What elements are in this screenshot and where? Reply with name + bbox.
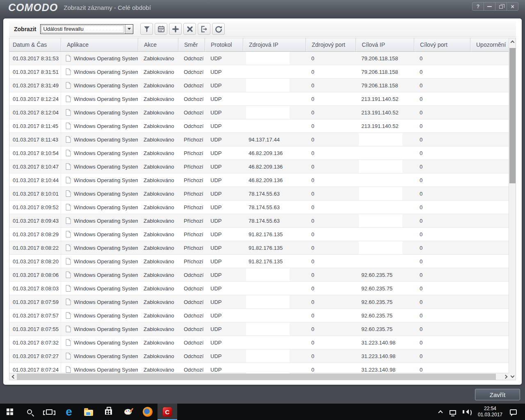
column-header-alert[interactable]: Upozornění [470,38,509,51]
action-center-icon[interactable] [506,404,523,420]
cell-time: 01.03.2017 8:07:55 [9,322,61,336]
column-header-src_port[interactable]: Zdrojový port [306,38,356,51]
cell-src_ip [243,322,306,336]
taskbar-item-paint[interactable] [118,404,138,420]
calendar-button[interactable] [155,23,167,35]
table-row[interactable]: 01.03.2017 8:10:44Windows Operating Syst… [9,173,509,187]
volume-icon[interactable] [460,404,474,420]
scroll-left-arrow-icon[interactable] [9,373,16,380]
cell-dst_port: 0 [414,268,470,281]
table-row[interactable]: 01.03.2017 8:08:20Windows Operating Syst… [9,255,509,268]
cell-dst_ip [356,187,414,200]
tray-chevron-up-icon[interactable] [435,404,446,420]
table-row[interactable]: 01.03.2017 8:08:22Windows Operating Syst… [9,241,509,255]
add-button[interactable] [169,23,182,35]
cell-protocol: UDP [205,173,243,187]
horizontal-scrollbar[interactable] [9,373,509,380]
table-row[interactable]: 01.03.2017 8:09:52Windows Operating Syst… [9,201,509,214]
column-header-time[interactable]: Datum & Čas [9,38,61,51]
cell-src_port: 0 [306,282,356,295]
chevron-down-icon[interactable] [125,25,133,34]
vertical-scroll-thumb[interactable] [509,48,516,183]
table-row[interactable]: 01.03.2017 8:31:53Windows Operating Syst… [9,52,509,65]
taskbar-item-firefox[interactable] [138,404,158,420]
taskbar-item-edge[interactable]: e [59,404,79,420]
close-button[interactable]: × [507,2,518,11]
cell-time: 01.03.2017 8:31:53 [9,52,61,65]
firewall-events-table: Datum & ČasAplikaceAkceSměrProtokolZdroj… [9,38,516,380]
table-row[interactable]: 01.03.2017 8:11:45Windows Operating Syst… [9,119,509,133]
column-header-dst_port[interactable]: Cílový port [414,38,470,51]
taskbar-item-start[interactable] [0,404,20,420]
table-row[interactable]: 01.03.2017 8:11:43Windows Operating Syst… [9,133,509,146]
table-row[interactable]: 01.03.2017 8:12:04Windows Operating Syst… [9,106,509,119]
cell-alert [470,92,509,105]
help-button[interactable]: ? [472,2,484,11]
table-row[interactable]: 01.03.2017 8:10:47Windows Operating Syst… [9,160,509,173]
minimize-icon [487,6,492,7]
scroll-down-arrow-icon[interactable] [509,373,516,380]
cell-src_port: 0 [306,309,356,322]
table-row[interactable]: 01.03.2017 8:31:49Windows Operating Syst… [9,79,509,92]
table-row[interactable]: 01.03.2017 8:07:24Windows Operating Syst… [9,363,509,373]
delete-button[interactable] [183,23,196,35]
cell-protocol: UDP [205,309,243,322]
column-header-action[interactable]: Akce [138,38,178,51]
refresh-button[interactable] [212,23,225,35]
vertical-scrollbar[interactable] [509,38,516,380]
table-row[interactable]: 01.03.2017 8:10:01Windows Operating Syst… [9,187,509,201]
cell-dst_port: 0 [414,146,470,160]
table-row[interactable]: 01.03.2017 8:07:57Windows Operating Syst… [9,309,509,322]
cell-alert [470,214,509,227]
restore-button[interactable] [495,2,507,11]
filter-button[interactable] [140,23,153,35]
minimize-button[interactable] [484,2,495,11]
document-icon [66,190,71,197]
table-row[interactable]: 01.03.2017 8:07:32Windows Operating Syst… [9,336,509,349]
cell-alert [470,336,509,349]
cell-direction: Odchozí [178,363,205,373]
table-row[interactable]: 01.03.2017 8:08:29Windows Operating Syst… [9,228,509,241]
log-type-select[interactable]: Události firewallu [40,24,133,34]
table-row[interactable]: 01.03.2017 8:09:43Windows Operating Syst… [9,214,509,228]
table-row[interactable]: 01.03.2017 8:08:03Windows Operating Syst… [9,282,509,295]
taskbar-item-task-view[interactable] [39,404,59,420]
cell-protocol: UDP [205,336,243,349]
horizontal-scroll-thumb[interactable] [17,374,496,380]
cell-alert [470,322,509,336]
export-button[interactable] [198,23,210,35]
taskbar-item-search[interactable] [20,404,39,420]
cell-dst_ip: 31.223.140.98 [356,336,414,349]
column-header-src_ip[interactable]: Zdrojová IP [243,38,306,51]
column-header-app[interactable]: Aplikace [61,38,138,51]
close-dialog-button[interactable]: Zavřít [475,389,520,400]
comodo-logo: COMODO [8,2,58,14]
column-header-protocol[interactable]: Protokol [205,38,243,51]
cell-direction: Odchozí [178,106,205,119]
cell-time: 01.03.2017 8:31:49 [9,79,61,92]
file-explorer-icon [84,410,93,416]
taskbar-item-store[interactable] [98,404,118,420]
cell-dst_port: 0 [414,363,470,373]
taskbar-item-comodo[interactable]: C [158,404,177,420]
cell-protocol: UDP [205,79,243,92]
network-icon[interactable] [446,404,460,420]
cell-src_ip [243,52,306,65]
table-row[interactable]: 01.03.2017 8:08:06Windows Operating Syst… [9,268,509,282]
table-row[interactable]: 01.03.2017 8:10:54Windows Operating Syst… [9,146,509,160]
cell-src_port: 0 [306,295,356,308]
table-row[interactable]: 01.03.2017 8:31:51Windows Operating Syst… [9,65,509,79]
redacted-source-ip [246,65,290,78]
column-header-dst_ip[interactable]: Cílová IP [356,38,414,51]
cell-protocol: UDP [205,255,243,268]
column-header-direction[interactable]: Směr [178,38,205,51]
scroll-up-arrow-icon[interactable] [509,38,516,45]
scroll-right-arrow-icon[interactable] [502,373,509,380]
taskbar-item-file-explorer[interactable] [79,404,98,420]
table-row[interactable]: 01.03.2017 8:07:27Windows Operating Syst… [9,349,509,363]
table-row[interactable]: 01.03.2017 8:07:59Windows Operating Syst… [9,295,509,309]
desktop: COMODO Zobrazit záznamy - Celé období ?×… [0,0,525,420]
taskbar-clock[interactable]: 22:54 01.03.2017 [474,404,506,420]
table-row[interactable]: 01.03.2017 8:12:24Windows Operating Syst… [9,92,509,106]
table-row[interactable]: 01.03.2017 8:07:55Windows Operating Syst… [9,322,509,336]
